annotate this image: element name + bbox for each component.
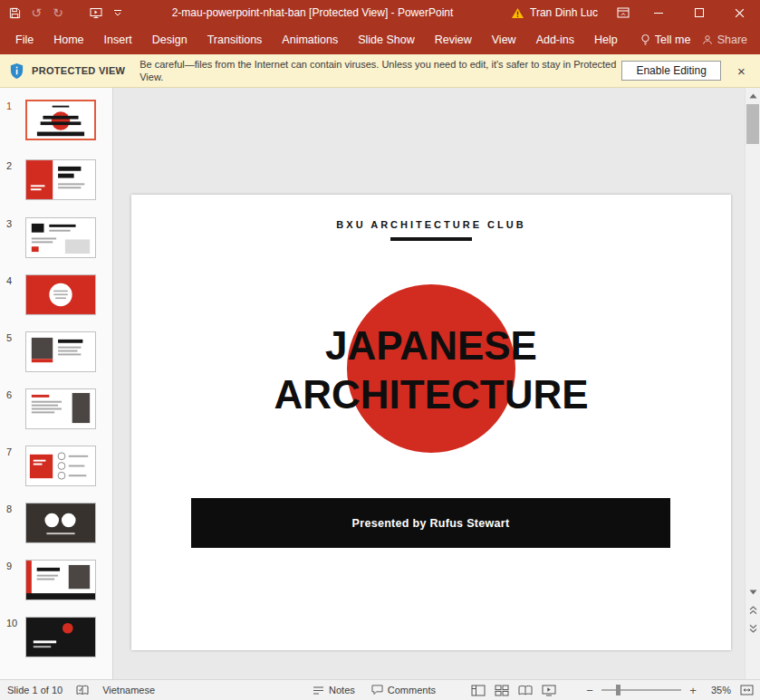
scroll-down-button[interactable] [746,584,760,600]
notes-label: Notes [329,685,355,695]
tab-view[interactable]: View [482,25,526,54]
thumbnail-slot-7: 7 [0,446,113,491]
tab-insert[interactable]: Insert [94,25,142,54]
titlebar-right-controls: Tran Dinh Luc [500,0,760,25]
tab-design[interactable]: Design [142,25,197,54]
slide-5-thumbnail[interactable] [25,331,96,372]
tab-slide-show[interactable]: Slide Show [348,25,425,54]
document-title: 2-mau-powerpoint-nhat-ban [Protected Vie… [172,0,454,25]
slide-10-preview [26,618,95,657]
thumbnail-slot-2: 2 [0,159,113,205]
slide-number: 4 [6,275,12,286]
maximize-icon [695,8,704,17]
thumbnail-slot-6: 6 [0,388,113,434]
start-slideshow-icon[interactable] [85,0,107,25]
proofing-button[interactable] [76,685,89,695]
zoom-slider-thumb[interactable] [616,685,621,695]
fit-slide-button[interactable] [740,685,754,695]
arrow-down-icon [749,590,757,595]
close-button[interactable] [719,0,760,25]
slide-canvas[interactable]: BXU ARCHITECTURE CLUB JAPANESE ARCHITECT… [131,195,731,650]
vertical-scrollbar[interactable] [745,88,760,679]
slide-10-thumbnail[interactable] [25,617,96,657]
double-chevron-down-icon [749,624,757,633]
workspace: 1 2 [0,88,760,679]
slideshow-view-icon [542,685,556,696]
tab-home[interactable]: Home [43,25,93,54]
slide-2-thumbnail[interactable] [25,159,96,200]
slide-9-thumbnail[interactable] [25,560,96,600]
slideshow-glyph [90,7,102,19]
tab-file[interactable]: File [5,25,43,54]
zoom-level[interactable]: 35% [707,685,731,695]
dismiss-bar-icon[interactable]: × [734,64,749,78]
slide-number: 1 [6,101,12,111]
save-icon-glyph [9,7,21,19]
qat-dropdown-glyph [113,9,122,17]
maximize-button[interactable] [678,0,719,25]
credit-banner-shape[interactable]: Presented by Rufus Stewart [191,498,670,548]
slideshow-view-button[interactable] [537,680,561,700]
zoom-controls: − + [584,684,698,697]
undo-glyph: ↺ [31,6,42,19]
credit-text: Presented by Rufus Stewart [352,517,510,530]
ribbon-display-options-icon[interactable] [609,0,638,25]
title-underline-shape[interactable] [390,237,472,241]
next-slide-button[interactable] [746,620,760,637]
normal-view-icon [471,685,486,696]
tab-help[interactable]: Help [584,25,628,54]
tab-animations[interactable]: Animations [272,25,348,54]
share-label: Share [717,34,747,46]
slide-number: 3 [6,218,12,229]
slide-8-thumbnail[interactable] [25,503,96,543]
slide-sorter-view-button[interactable] [490,680,514,700]
comments-button[interactable]: Comments [371,685,436,695]
slide-6-thumbnail[interactable] [25,388,96,429]
minimize-icon [654,13,663,14]
share-button[interactable]: Share [702,34,747,46]
tab-transitions[interactable]: Transitions [197,25,273,54]
ribbon-tab-bar: File Home Insert Design Transitions Anim… [0,25,760,54]
undo-icon[interactable]: ↺ [25,0,47,25]
previous-slide-button[interactable] [746,602,760,618]
account-button[interactable]: Tran Dinh Luc [500,0,609,25]
minimize-button[interactable] [638,0,678,25]
zoom-slider[interactable] [601,685,681,695]
protected-view-label: PROTECTED VIEW [32,65,125,76]
zoom-in-button[interactable]: + [688,684,698,697]
normal-view-button[interactable] [467,680,490,700]
view-switcher [467,680,561,700]
person-icon [702,34,713,45]
thumbnail-slot-10: 10 [0,617,113,662]
thumbnail-slot-9: 9 [0,560,113,605]
slide-8-preview [26,503,95,542]
enable-editing-button[interactable]: Enable Editing [621,61,720,81]
tab-add-ins[interactable]: Add-ins [526,25,584,54]
notes-button[interactable]: Notes [313,685,355,695]
customize-qat-icon[interactable] [107,0,129,25]
scrollbar-thumb[interactable] [746,104,759,144]
arrow-up-icon [749,93,757,99]
redo-icon[interactable]: ↻ [47,0,69,25]
language-button[interactable]: Vietnamese [102,685,155,695]
tell-me-button[interactable]: Tell me [640,34,691,46]
zoom-out-button[interactable]: − [584,684,595,697]
slide-3-thumbnail[interactable] [25,217,96,258]
ribbon-options-glyph [617,7,630,18]
slide-4-thumbnail[interactable] [25,274,96,315]
reading-view-button[interactable] [514,680,537,700]
title-line-1: JAPANESE [131,321,731,370]
title-textbox[interactable]: JAPANESE ARCHITECTURE [131,321,731,419]
tab-review[interactable]: Review [425,25,482,54]
protected-view-message: Be careful—files from the Internet can c… [139,58,621,83]
scroll-up-button[interactable] [746,88,760,104]
slide-number: 2 [6,160,12,171]
save-icon[interactable] [4,0,25,25]
club-name-textbox[interactable]: BXU ARCHITECTURE CLUB [131,219,731,230]
slide-1-thumbnail[interactable] [25,100,96,140]
lightbulb-icon [640,34,650,46]
slide-number: 7 [6,446,12,457]
thumbnail-slot-8: 8 [0,503,113,548]
slide-7-thumbnail[interactable] [25,446,96,486]
close-icon [735,8,745,18]
